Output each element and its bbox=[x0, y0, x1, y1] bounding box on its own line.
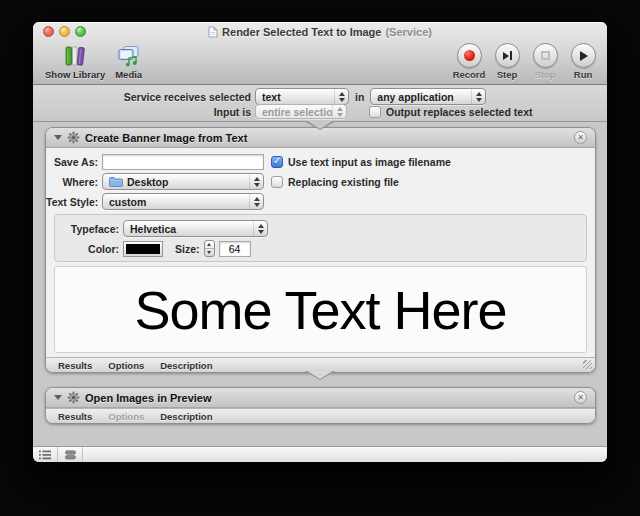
desktop-background: Render Selected Text to Image (Service) … bbox=[0, 0, 640, 516]
banner-preview-text: Some Text Here bbox=[134, 279, 506, 341]
save-as-row: Save As: Use text input as image filenam… bbox=[46, 153, 595, 170]
action-open-images-in-preview: Open Images in Preview ✕ Results Options… bbox=[45, 387, 596, 424]
step-icon bbox=[495, 43, 520, 68]
where-popup[interactable]: Desktop bbox=[102, 173, 264, 190]
library-books-icon bbox=[63, 42, 87, 68]
toolbar-left-group: Show Library Media bbox=[45, 42, 142, 80]
window-title: Render Selected Text to Image bbox=[222, 26, 381, 38]
in-label: in bbox=[355, 91, 364, 103]
traffic-lights bbox=[43, 26, 86, 37]
zoom-window-button[interactable] bbox=[75, 26, 86, 37]
color-size-row: Color: Size: bbox=[55, 240, 586, 257]
resize-grip[interactable] bbox=[583, 360, 592, 369]
typeface-value: Helvetica bbox=[130, 223, 253, 235]
log-list-icon bbox=[39, 450, 51, 460]
input-is-popup: entire selection bbox=[255, 104, 347, 119]
titlebar[interactable]: Render Selected Text to Image (Service) bbox=[33, 22, 607, 40]
show-library-label: Show Library bbox=[45, 69, 105, 80]
workflow-connector-notch-fill bbox=[306, 120, 334, 129]
action1-footer: Results Options Description bbox=[46, 357, 595, 372]
size-label: Size: bbox=[175, 243, 200, 255]
service-receives-value: text bbox=[262, 91, 334, 103]
run-label: Run bbox=[574, 69, 592, 80]
input-is-value: entire selection bbox=[262, 106, 332, 118]
text-style-popup[interactable]: custom bbox=[102, 193, 264, 210]
text-style-value: custom bbox=[109, 196, 249, 208]
toolbar-right-group: Record Step Stop Run bbox=[453, 43, 599, 80]
record-label: Record bbox=[453, 69, 486, 80]
show-library-button[interactable]: Show Library bbox=[45, 42, 105, 80]
custom-style-panel: Typeface: Helvetica Color: Size: bbox=[54, 214, 587, 262]
toggle-variables-button[interactable] bbox=[58, 447, 83, 462]
action1-options-link[interactable]: Options bbox=[108, 360, 144, 371]
action2-close-button[interactable]: ✕ bbox=[574, 391, 587, 404]
banner-preview: Some Text Here bbox=[54, 266, 587, 353]
color-well[interactable] bbox=[123, 241, 163, 257]
action1-header[interactable]: Create Banner Image from Text ✕ bbox=[46, 128, 595, 148]
disclosure-triangle-icon[interactable] bbox=[54, 395, 62, 400]
text-style-row: Text Style: custom bbox=[46, 193, 595, 210]
stop-icon bbox=[533, 43, 558, 68]
output-replaces-label: Output replaces selected text bbox=[386, 106, 532, 118]
folder-icon bbox=[109, 176, 123, 187]
application-value: any application bbox=[377, 91, 471, 103]
where-row: Where: Desktop Replacing existing file bbox=[46, 173, 595, 190]
save-as-label: Save As: bbox=[46, 156, 98, 168]
text-style-label: Text Style: bbox=[46, 196, 98, 208]
popup-arrows-icon bbox=[332, 105, 346, 118]
media-button[interactable]: Media bbox=[115, 42, 142, 80]
disclosure-triangle-icon[interactable] bbox=[54, 135, 62, 140]
popup-arrows-icon bbox=[249, 194, 263, 209]
where-value: Desktop bbox=[127, 176, 249, 188]
automator-window: Render Selected Text to Image (Service) … bbox=[33, 22, 607, 462]
size-stepper[interactable] bbox=[204, 240, 215, 257]
toggle-log-button[interactable] bbox=[33, 447, 58, 462]
toolbar: Show Library Media Record bbox=[33, 40, 607, 84]
status-bar bbox=[33, 446, 607, 462]
minimize-window-button[interactable] bbox=[59, 26, 70, 37]
typeface-popup[interactable]: Helvetica bbox=[123, 220, 268, 237]
action2-header[interactable]: Open Images in Preview ✕ bbox=[46, 388, 595, 408]
replacing-existing-checkbox[interactable] bbox=[271, 176, 283, 188]
action-connector-fill bbox=[307, 371, 333, 379]
action2-title: Open Images in Preview bbox=[85, 392, 569, 404]
input-is-row: Input is entire selection Output replace… bbox=[33, 104, 607, 119]
media-label: Media bbox=[115, 69, 142, 80]
record-button[interactable]: Record bbox=[453, 43, 485, 80]
action1-title: Create Banner Image from Text bbox=[85, 132, 569, 144]
action2-results-link[interactable]: Results bbox=[58, 411, 92, 422]
action1-close-button[interactable]: ✕ bbox=[574, 131, 587, 144]
action-gear-icon bbox=[67, 131, 80, 144]
save-as-input[interactable] bbox=[102, 154, 264, 170]
service-receives-popup[interactable]: text bbox=[255, 88, 349, 105]
typeface-row: Typeface: Helvetica bbox=[55, 220, 586, 237]
window-title-area: Render Selected Text to Image (Service) bbox=[123, 24, 517, 39]
stop-label: Stop bbox=[534, 69, 555, 80]
size-input[interactable] bbox=[219, 241, 251, 257]
action2-options-link: Options bbox=[108, 411, 144, 422]
run-button[interactable]: Run bbox=[567, 43, 599, 80]
action-gear-icon bbox=[67, 391, 80, 404]
stop-button: Stop bbox=[529, 43, 561, 80]
run-icon bbox=[571, 43, 596, 68]
typeface-label: Typeface: bbox=[55, 223, 119, 235]
popup-arrows-icon bbox=[249, 174, 263, 189]
window-title-suffix: (Service) bbox=[385, 26, 431, 38]
use-text-input-checkbox[interactable] bbox=[271, 156, 283, 168]
step-button[interactable]: Step bbox=[491, 43, 523, 80]
document-icon bbox=[208, 26, 218, 38]
action2-description-link[interactable]: Description bbox=[160, 411, 212, 422]
action2-footer: Results Options Description bbox=[46, 408, 595, 423]
step-label: Step bbox=[497, 69, 518, 80]
stepper-down-icon[interactable] bbox=[205, 249, 214, 256]
application-popup[interactable]: any application bbox=[370, 88, 486, 105]
color-swatch bbox=[126, 244, 160, 254]
input-is-label: Input is bbox=[33, 106, 251, 118]
stepper-up-icon[interactable] bbox=[205, 241, 214, 249]
output-replaces-checkbox[interactable] bbox=[369, 106, 381, 118]
action1-results-link[interactable]: Results bbox=[58, 360, 92, 371]
close-window-button[interactable] bbox=[43, 26, 54, 37]
replacing-existing-label: Replacing existing file bbox=[288, 176, 399, 188]
action1-description-link[interactable]: Description bbox=[160, 360, 212, 371]
window-header: Render Selected Text to Image (Service) … bbox=[33, 22, 607, 85]
